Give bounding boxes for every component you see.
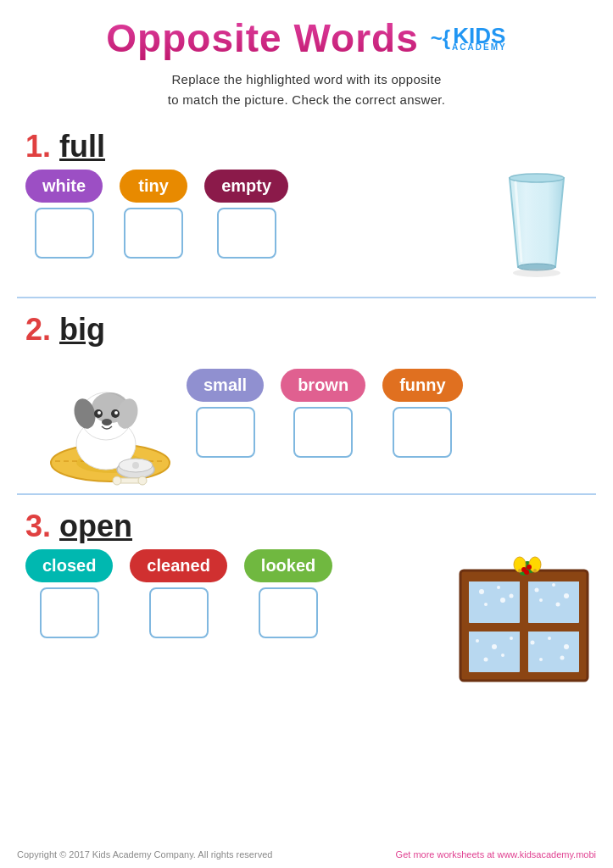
svg-point-45 <box>564 644 569 649</box>
option-brown-badge[interactable]: brown <box>281 369 365 402</box>
logo-text-block: KIDS ACADEMY <box>452 25 507 52</box>
option-white-badge[interactable]: white <box>25 170 103 203</box>
svg-rect-50 <box>466 576 582 581</box>
svg-point-41 <box>484 658 488 662</box>
question-2-section: 2. big <box>0 303 613 488</box>
question-3-number: 3. <box>25 509 51 544</box>
svg-point-31 <box>484 603 488 606</box>
glass-image <box>494 170 588 283</box>
footer-website: Get more worksheets at www.kidsacademy.m… <box>396 849 596 860</box>
page-title: Opposite Words <box>106 15 418 61</box>
svg-point-47 <box>560 656 565 660</box>
window-image <box>456 549 588 681</box>
svg-point-14 <box>114 411 118 415</box>
option-group-brown: brown <box>281 369 365 458</box>
answer-box-looked[interactable] <box>259 587 318 638</box>
question-2-options-row: small brown funny <box>187 369 588 458</box>
svg-point-59 <box>527 565 532 570</box>
answer-box-small[interactable] <box>196 407 255 458</box>
kids-academy-logo: ~{ KIDS ACADEMY <box>431 25 507 52</box>
question-1-word: full <box>59 129 105 164</box>
question-1-header: 1. full <box>25 129 588 164</box>
option-cleaned-badge[interactable]: cleaned <box>130 549 226 582</box>
answer-box-funny[interactable] <box>393 407 452 458</box>
svg-point-30 <box>510 594 514 598</box>
svg-point-35 <box>564 593 569 598</box>
option-empty-badge[interactable]: empty <box>204 170 288 203</box>
svg-point-2 <box>513 269 560 277</box>
divider-2 <box>17 493 596 495</box>
question-1-section: 1. full white tiny empty <box>0 120 613 292</box>
svg-point-15 <box>102 419 112 426</box>
svg-point-39 <box>492 644 497 649</box>
subtitle: Replace the highlighted word with its op… <box>0 66 613 120</box>
option-group-funny: funny <box>382 369 462 458</box>
question-1-number: 1. <box>25 129 51 164</box>
option-funny-badge[interactable]: funny <box>382 369 462 402</box>
answer-box-closed[interactable] <box>40 587 99 638</box>
option-group-looked: looked <box>244 549 332 638</box>
answer-box-white[interactable] <box>35 208 94 259</box>
answer-box-brown[interactable] <box>293 407 353 458</box>
svg-point-42 <box>501 654 504 657</box>
svg-rect-26 <box>469 630 520 672</box>
question-2-word: big <box>59 312 105 348</box>
svg-point-46 <box>539 658 543 661</box>
option-closed-badge[interactable]: closed <box>25 549 113 582</box>
question-2-content: small brown funny <box>25 353 588 480</box>
svg-point-18 <box>132 462 139 469</box>
svg-point-13 <box>98 411 101 415</box>
dog-image <box>25 353 178 480</box>
logo-arrow-icon: ~{ <box>431 26 450 50</box>
answer-box-empty[interactable] <box>217 208 276 259</box>
svg-point-32 <box>500 598 505 603</box>
answer-box-tiny[interactable] <box>124 208 183 259</box>
svg-point-40 <box>510 637 513 640</box>
question-1-content: white tiny empty <box>25 170 588 283</box>
option-group-closed: closed <box>25 549 113 638</box>
subtitle-line1: Replace the highlighted word with its op… <box>171 72 441 86</box>
option-group-tiny: tiny <box>120 170 187 259</box>
svg-point-56 <box>518 569 521 572</box>
svg-rect-24 <box>469 579 520 623</box>
glass-svg <box>494 170 579 280</box>
svg-rect-49 <box>466 624 582 632</box>
svg-point-21 <box>138 476 147 485</box>
question-3-section: 3. open closed cleaned looked <box>0 500 613 689</box>
svg-point-60 <box>524 570 529 575</box>
option-group-cleaned: cleaned <box>130 549 226 638</box>
svg-rect-27 <box>528 630 579 672</box>
question-2-number: 2. <box>25 312 51 348</box>
svg-point-0 <box>510 174 564 182</box>
question-1-options-area: white tiny empty <box>25 170 486 265</box>
footer-copyright: Copyright © 2017 Kids Academy Company. A… <box>17 849 272 860</box>
dog-svg <box>25 353 195 488</box>
question-1-options-row: white tiny empty <box>25 170 486 259</box>
option-looked-badge[interactable]: looked <box>244 549 332 582</box>
question-3-header: 3. open <box>25 509 588 544</box>
question-3-content: closed cleaned looked <box>25 549 588 681</box>
option-group-small: small <box>187 369 264 458</box>
option-tiny-badge[interactable]: tiny <box>120 170 187 203</box>
question-2-header: 2. big <box>25 312 588 348</box>
question-3-options-row: closed cleaned looked <box>25 549 448 638</box>
footer: Copyright © 2017 Kids Academy Company. A… <box>0 849 613 860</box>
logo-academy-text: ACADEMY <box>452 43 507 52</box>
answer-box-cleaned[interactable] <box>149 587 209 638</box>
svg-point-44 <box>548 637 551 640</box>
option-group-white: white <box>25 170 103 259</box>
svg-point-43 <box>531 641 535 645</box>
svg-point-28 <box>479 589 484 594</box>
svg-point-57 <box>533 569 537 572</box>
svg-point-36 <box>539 598 543 602</box>
svg-point-37 <box>556 603 560 607</box>
svg-point-20 <box>113 476 121 485</box>
option-group-empty: empty <box>204 170 288 259</box>
subtitle-line2: to match the picture. Check the correct … <box>168 92 446 107</box>
divider-1 <box>17 297 596 298</box>
window-svg <box>456 549 592 685</box>
page-header: Opposite Words ~{ KIDS ACADEMY <box>0 0 613 66</box>
option-small-badge[interactable]: small <box>187 369 264 402</box>
svg-point-38 <box>476 639 479 643</box>
question-3-word: open <box>59 509 132 544</box>
